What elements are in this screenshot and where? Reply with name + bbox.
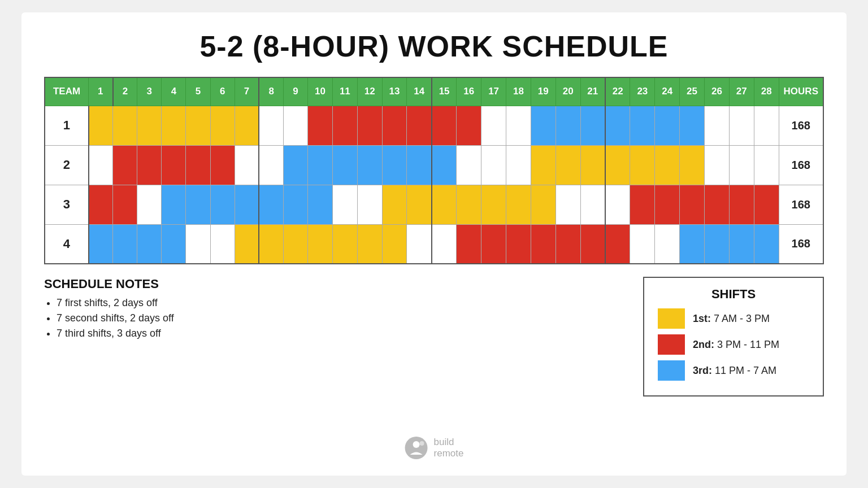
team-cell: 1	[45, 106, 89, 145]
day-cell	[432, 224, 457, 264]
header-day-26: 26	[704, 77, 729, 106]
legend-title: SHIFTS	[658, 287, 809, 302]
header-day-16: 16	[457, 77, 481, 106]
header-day-18: 18	[506, 77, 531, 106]
header-day-7: 7	[235, 77, 259, 106]
day-cell	[407, 224, 432, 264]
day-cell	[89, 106, 113, 145]
day-cell	[210, 224, 235, 264]
day-cell	[162, 106, 186, 145]
day-cell	[162, 185, 186, 224]
header-day-13: 13	[382, 77, 407, 106]
hours-cell: 168	[779, 185, 823, 224]
header-day-5: 5	[186, 77, 210, 106]
day-cell	[259, 106, 283, 145]
day-cell	[531, 106, 555, 145]
legend-item: 1st: 7 AM - 3 PM	[658, 308, 809, 329]
hours-cell: 168	[779, 145, 823, 185]
notes-title: SCHEDULE NOTES	[44, 277, 620, 291]
header-day-14: 14	[407, 77, 432, 106]
day-cell	[506, 224, 531, 264]
day-cell	[680, 185, 705, 224]
day-cell	[481, 145, 506, 185]
day-cell	[605, 185, 630, 224]
day-cell	[357, 145, 382, 185]
day-cell	[137, 145, 162, 185]
day-cell	[655, 145, 680, 185]
day-cell	[729, 185, 754, 224]
day-cell	[235, 145, 259, 185]
day-cell	[89, 185, 113, 224]
day-cell	[555, 145, 580, 185]
day-cell	[580, 106, 605, 145]
day-cell	[481, 185, 506, 224]
legend-item: 3rd: 11 PM - 7 AM	[658, 360, 809, 381]
day-cell	[506, 185, 531, 224]
day-cell	[210, 145, 235, 185]
table-row: 3168	[45, 185, 823, 224]
day-cell	[186, 224, 210, 264]
day-cell	[580, 185, 605, 224]
day-cell	[332, 224, 357, 264]
header-day-12: 12	[357, 77, 382, 106]
day-cell	[729, 145, 754, 185]
day-cell	[210, 106, 235, 145]
day-cell	[457, 185, 481, 224]
legend-swatch	[658, 334, 685, 355]
day-cell	[89, 224, 113, 264]
day-cell	[259, 185, 283, 224]
hours-cell: 168	[779, 224, 823, 264]
day-cell	[457, 224, 481, 264]
table-body: 1168216831684168	[45, 106, 823, 264]
day-cell	[113, 224, 137, 264]
day-cell	[630, 106, 655, 145]
team-cell: 2	[45, 145, 89, 185]
day-cell	[283, 224, 307, 264]
logo-icon	[405, 436, 428, 460]
day-cell	[754, 145, 779, 185]
day-cell	[704, 145, 729, 185]
day-cell	[704, 185, 729, 224]
header-day-4: 4	[162, 77, 186, 106]
header-team: TEAM	[45, 77, 89, 106]
day-cell	[283, 185, 307, 224]
day-cell	[680, 106, 705, 145]
notes-item: 7 second shifts, 2 days off	[57, 312, 620, 324]
day-cell	[308, 185, 333, 224]
legend-label: 2nd: 3 PM - 11 PM	[693, 339, 779, 351]
hours-cell: 168	[779, 106, 823, 145]
header-hours: HOURS	[779, 77, 823, 106]
legend-swatch	[658, 308, 685, 329]
svg-point-2	[420, 441, 424, 446]
day-cell	[235, 185, 259, 224]
day-cell	[210, 185, 235, 224]
day-cell	[754, 185, 779, 224]
table-row: 4168	[45, 224, 823, 264]
day-cell	[89, 145, 113, 185]
day-cell	[407, 185, 432, 224]
day-cell	[235, 106, 259, 145]
legend-box: SHIFTS 1st: 7 AM - 3 PM2nd: 3 PM - 11 PM…	[643, 277, 824, 396]
header-day-27: 27	[729, 77, 754, 106]
header-day-23: 23	[630, 77, 655, 106]
day-cell	[259, 224, 283, 264]
header-day-1: 1	[89, 77, 113, 106]
day-cell	[162, 145, 186, 185]
day-cell	[555, 106, 580, 145]
team-cell: 4	[45, 224, 89, 264]
day-cell	[605, 106, 630, 145]
team-cell: 3	[45, 185, 89, 224]
day-cell	[162, 224, 186, 264]
day-cell	[704, 224, 729, 264]
header-day-28: 28	[754, 77, 779, 106]
day-cell	[137, 185, 162, 224]
notes-list: 7 first shifts, 2 days off7 second shift…	[44, 297, 620, 339]
day-cell	[332, 185, 357, 224]
day-cell	[630, 145, 655, 185]
header-day-11: 11	[332, 77, 357, 106]
day-cell	[531, 145, 555, 185]
day-cell	[630, 185, 655, 224]
day-cell	[332, 106, 357, 145]
day-cell	[357, 106, 382, 145]
day-cell	[137, 106, 162, 145]
